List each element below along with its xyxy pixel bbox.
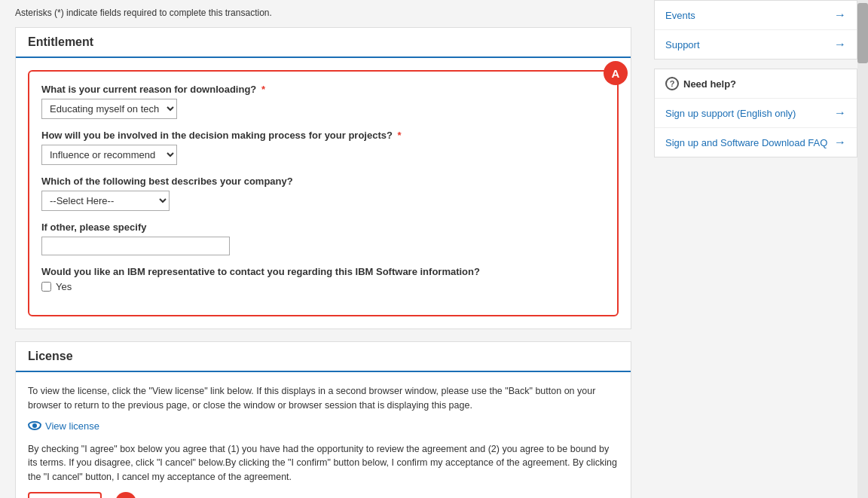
i-agree-highlight: I agree *: [28, 492, 102, 498]
ibm-contact-yes-label: Yes: [56, 281, 72, 292]
reason-label: What is your current reason for download…: [41, 84, 605, 95]
decision-label: How will you be involved in the decision…: [41, 130, 605, 141]
need-help-header: ? Need help?: [655, 69, 857, 99]
scroll-thumb[interactable]: [857, 3, 868, 63]
arrow-right-icon-2: →: [834, 38, 846, 51]
signup-faq-label: Sign up and Software Download FAQ: [665, 137, 827, 148]
scrollbar[interactable]: [857, 0, 868, 498]
arrow-right-icon: →: [834, 8, 846, 22]
entitlement-header: Entitlement: [16, 28, 631, 58]
decision-required-star: *: [395, 130, 402, 141]
ibm-contact-label: Would you like an IBM representative to …: [41, 266, 605, 277]
company-group: Which of the following best describes yo…: [41, 176, 605, 211]
sidebar-item-events[interactable]: Events →: [655, 1, 857, 30]
entitlement-section: Entitlement A What is your current reaso…: [15, 27, 631, 329]
other-group: If other, please specify: [41, 222, 605, 255]
ibm-contact-group: Would you like an IBM representative to …: [41, 266, 605, 292]
arrow-right-icon-3: →: [834, 106, 846, 120]
ibm-contact-checkbox[interactable]: [41, 282, 51, 292]
sidebar-item-signup-support[interactable]: Sign up support (English only) →: [655, 99, 857, 128]
eye-icon: [28, 421, 41, 430]
other-label: If other, please specify: [41, 222, 605, 233]
license-header: License: [16, 342, 631, 372]
sidebar-events-label: Events: [665, 10, 695, 21]
sidebar-support-label: Support: [665, 39, 700, 50]
need-help-card: ? Need help? Sign up support (English on…: [654, 69, 857, 157]
sidebar-item-support[interactable]: Support →: [655, 30, 857, 59]
reason-group: What is your current reason for download…: [41, 84, 605, 119]
ibm-contact-checkbox-row: Yes: [41, 281, 605, 292]
agree-body-text: By checking "I agree" box below you agre…: [28, 442, 619, 484]
asterisk-note: Asterisks (*) indicate fields required t…: [15, 8, 631, 18]
decision-select[interactable]: Influence or recommend Decision maker Im…: [41, 145, 177, 165]
need-help-label: Need help?: [683, 78, 736, 90]
view-license-link[interactable]: View license: [28, 420, 99, 432]
arrow-right-icon-4: →: [834, 136, 846, 149]
company-select[interactable]: --Select Here-- Small Business Mid-size …: [41, 191, 170, 211]
other-input[interactable]: [41, 237, 230, 255]
sidebar-item-signup-faq[interactable]: Sign up and Software Download FAQ →: [655, 128, 857, 157]
reason-select[interactable]: Educating myself on technology Evaluatin…: [41, 99, 177, 119]
reason-required-star: *: [258, 84, 265, 95]
signup-support-label: Sign up support (English only): [665, 108, 796, 119]
badge-b: B: [115, 492, 136, 498]
entitlement-highlight-box: A What is your current reason for downlo…: [28, 70, 619, 316]
license-section: License To view the license, click the "…: [15, 341, 631, 498]
sidebar: Events → Support → ? Need help? Sign up …: [646, 0, 857, 498]
badge-a: A: [604, 61, 628, 85]
decision-group: How will you be involved in the decision…: [41, 130, 605, 165]
license-body-text: To view the license, click the "View lic…: [28, 384, 619, 413]
help-circle-icon: ?: [665, 77, 679, 90]
company-label: Which of the following best describes yo…: [41, 176, 605, 187]
sidebar-links-card: Events → Support →: [654, 0, 857, 60]
